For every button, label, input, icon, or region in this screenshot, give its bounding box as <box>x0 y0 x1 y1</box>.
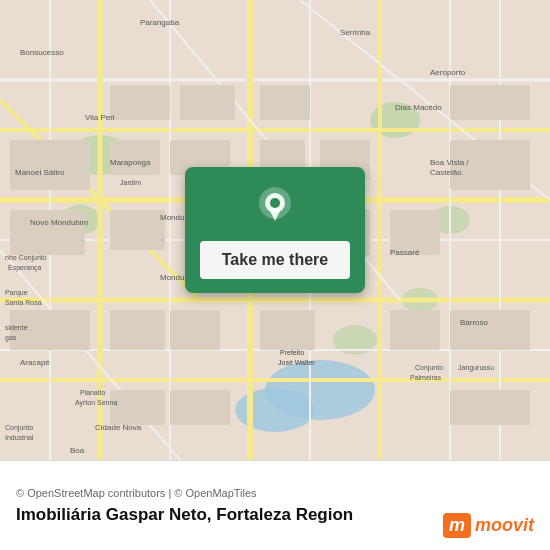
svg-text:Esperança: Esperança <box>8 264 42 272</box>
svg-text:Aracapé: Aracapé <box>20 358 50 367</box>
svg-rect-46 <box>450 85 530 120</box>
svg-rect-37 <box>260 310 315 350</box>
svg-rect-44 <box>10 210 85 255</box>
svg-rect-30 <box>110 210 165 250</box>
svg-text:Conjunto: Conjunto <box>415 364 443 372</box>
svg-rect-51 <box>450 390 530 425</box>
svg-text:Vila Peri: Vila Peri <box>85 113 115 122</box>
svg-text:Castelão: Castelão <box>430 168 462 177</box>
svg-text:Manoel Sátiro: Manoel Sátiro <box>15 168 65 177</box>
svg-text:Industrial: Industrial <box>5 434 34 441</box>
svg-text:Dias Macêdo: Dias Macêdo <box>395 103 442 112</box>
svg-text:Passaré: Passaré <box>390 248 420 257</box>
svg-point-89 <box>270 198 280 208</box>
svg-text:Novo Mondubim: Novo Mondubim <box>30 218 89 227</box>
svg-rect-39 <box>390 310 440 350</box>
bottom-bar: © OpenStreetMap contributors | © OpenMap… <box>0 460 550 550</box>
moovit-m-letter: m <box>443 513 471 538</box>
svg-text:Jangurussu: Jangurussu <box>458 364 494 372</box>
svg-text:Boa: Boa <box>70 446 85 455</box>
svg-text:Prefeito: Prefeito <box>280 349 304 356</box>
svg-text:Ayrton Senna: Ayrton Senna <box>75 399 117 407</box>
location-pin-icon <box>253 185 297 229</box>
svg-rect-42 <box>260 85 310 120</box>
svg-text:Cidade Nova: Cidade Nova <box>95 423 142 432</box>
map-container: Bonsucesso Parangaba Serrinha Aeroporto … <box>0 0 550 460</box>
svg-rect-43 <box>10 140 90 190</box>
svg-text:Maraponga: Maraponga <box>110 158 151 167</box>
svg-text:gas: gas <box>5 334 17 342</box>
svg-text:Jardim: Jardim <box>120 179 141 186</box>
svg-text:Boa Vista /: Boa Vista / <box>430 158 469 167</box>
svg-rect-41 <box>180 85 235 120</box>
svg-text:Conjunto: Conjunto <box>5 424 33 432</box>
svg-rect-36 <box>170 310 220 350</box>
map-attribution: © OpenStreetMap contributors | © OpenMap… <box>16 487 534 499</box>
button-overlay: Take me there <box>185 167 365 293</box>
svg-text:Bonsucesso: Bonsucesso <box>20 48 64 57</box>
svg-text:Parangaba: Parangaba <box>140 18 180 27</box>
svg-text:José Walter: José Walter <box>278 359 315 366</box>
svg-text:sidente: sidente <box>5 324 28 331</box>
svg-rect-49 <box>110 390 165 425</box>
svg-text:Parque: Parque <box>5 289 28 297</box>
svg-rect-35 <box>110 310 165 350</box>
svg-text:Planalto: Planalto <box>80 389 105 396</box>
moovit-brand-text: moovit <box>475 515 534 536</box>
take-me-there-button[interactable]: Take me there <box>200 241 350 279</box>
green-card: Take me there <box>185 167 365 293</box>
moovit-logo: m moovit <box>443 513 534 538</box>
svg-rect-48 <box>450 310 530 350</box>
svg-text:Serrinha: Serrinha <box>340 28 371 37</box>
svg-text:nho Conjunto: nho Conjunto <box>5 254 47 262</box>
svg-text:Palmeiras: Palmeiras <box>410 374 442 381</box>
svg-text:Barroso: Barroso <box>460 318 489 327</box>
svg-text:Aeroporto: Aeroporto <box>430 68 466 77</box>
svg-text:Santa Rosa: Santa Rosa <box>5 299 42 306</box>
svg-rect-50 <box>170 390 230 425</box>
svg-rect-40 <box>110 85 170 120</box>
